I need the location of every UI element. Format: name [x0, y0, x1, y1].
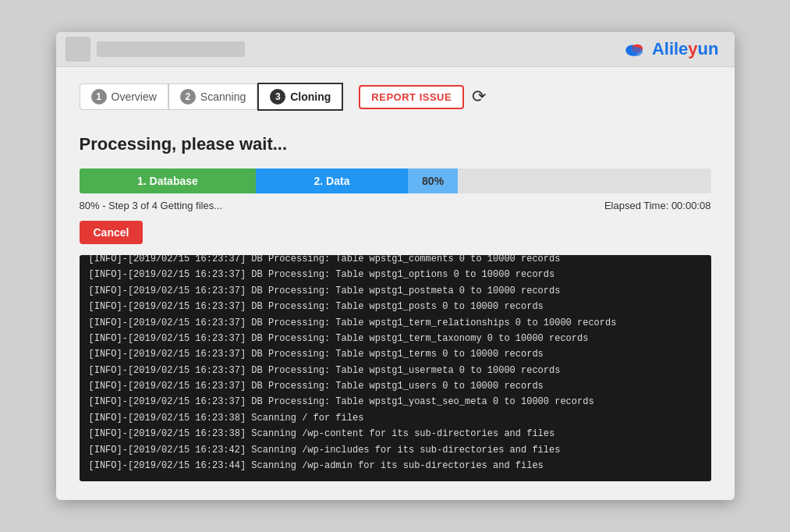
step-scanning[interactable]: 2 Scanning: [168, 83, 257, 110]
svg-point-2: [627, 47, 643, 56]
step-label-scanning: Scanning: [200, 90, 246, 103]
log-line: [INFO]-[2019/02/15 16:23:37] DB Processi…: [89, 315, 702, 331]
progress-step-info: 80% - Step 3 of 4 Getting files...: [80, 200, 223, 211]
log-line: [INFO]-[2019/02/15 16:23:37] DB Processi…: [89, 283, 702, 299]
title-bar: Alileyun: [56, 32, 735, 67]
progress-segment-database: 1. Database: [80, 168, 257, 193]
log-line: [INFO]-[2019/02/15 16:23:38] Scanning / …: [89, 410, 702, 426]
log-line: [INFO]-[2019/02/15 16:23:37] DB Processi…: [89, 394, 702, 410]
log-line: [INFO]-[2019/02/15 16:23:42] Scanning /w…: [89, 442, 702, 458]
steps-navigation: 1 Overview 2 Scanning 3 Cloning REPORT I…: [80, 83, 711, 111]
elapsed-time: Elapsed Time: 00:00:08: [604, 200, 711, 211]
main-heading: Processing, please wait...: [80, 134, 711, 154]
step-number-1: 1: [91, 89, 107, 105]
report-issue-button[interactable]: REPORT ISSUE: [359, 85, 464, 109]
title-bar-left: [66, 37, 245, 62]
brand-name-text: Alileyun: [652, 39, 719, 59]
cloud-icon: [624, 41, 646, 58]
progress-segment-data: 2. Data: [256, 168, 407, 193]
progress-segment-percent: 80%: [408, 168, 459, 193]
step-label-overview: Overview: [112, 90, 157, 103]
progress-info-row: 80% - Step 3 of 4 Getting files... Elaps…: [80, 200, 711, 211]
brand-logo: Alileyun: [624, 39, 719, 59]
title-bar-text: [97, 41, 245, 57]
step-label-cloning: Cloning: [290, 90, 331, 103]
step-overview[interactable]: 1 Overview: [80, 83, 168, 110]
log-line: [INFO]-[2019/02/15 16:23:37] DB Processi…: [89, 267, 702, 282]
main-window: Alileyun 1 Overview 2 Scanning 3 Cloning…: [56, 32, 735, 500]
log-line: [INFO]-[2019/02/15 16:23:38] Scanning /w…: [89, 426, 702, 442]
step-number-2: 2: [180, 89, 196, 105]
main-content: 1 Overview 2 Scanning 3 Cloning REPORT I…: [56, 67, 735, 497]
log-line: [INFO]-[2019/02/15 16:23:37] DB Processi…: [89, 299, 702, 314]
refresh-icon[interactable]: ⟳: [472, 87, 486, 107]
log-line: [INFO]-[2019/02/15 16:23:37] DB Processi…: [89, 378, 702, 394]
log-line: [INFO]-[2019/02/15 16:23:44] Scanning /w…: [89, 458, 702, 473]
log-line: [INFO]-[2019/02/15 16:23:37] DB Processi…: [89, 255, 702, 267]
log-line: [INFO]-[2019/02/15 16:23:37] DB Processi…: [89, 331, 702, 346]
log-output[interactable]: [INFO]-[2019/02/15 16:23:36] DB Copy: Cr…: [80, 255, 711, 481]
cancel-button[interactable]: Cancel: [80, 221, 143, 244]
window-icon: [66, 37, 90, 62]
log-line: [INFO]-[2019/02/15 16:23:37] DB Processi…: [89, 363, 702, 378]
log-line: [INFO]-[2019/02/15 16:23:37] DB Processi…: [89, 346, 702, 362]
step-number-3: 3: [270, 89, 285, 105]
progress-bar: 1. Database 2. Data 80%: [80, 168, 711, 193]
step-cloning[interactable]: 3 Cloning: [257, 83, 343, 111]
